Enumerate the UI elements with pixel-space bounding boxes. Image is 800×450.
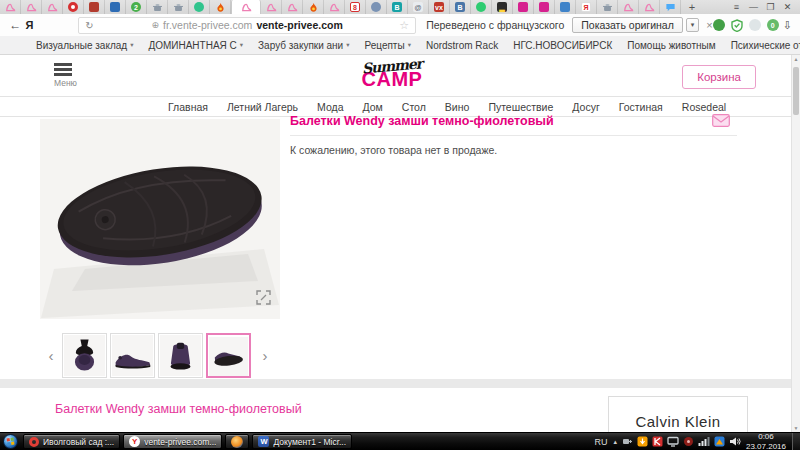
nav-item[interactable]: Стол <box>402 101 426 113</box>
bookmark-item[interactable]: Психические отклон <box>731 40 800 51</box>
taskbar-firefox-button[interactable] <box>225 434 249 449</box>
volume-icon[interactable] <box>729 436 741 447</box>
scrollbar-thumb[interactable] <box>793 67 799 115</box>
browser-tab[interactable]: B <box>387 0 408 14</box>
browser-tab[interactable] <box>366 0 387 14</box>
adblock-extension-icon[interactable] <box>713 19 725 31</box>
browser-tab[interactable] <box>189 0 210 14</box>
bookmark-item[interactable]: Nordstrom Rack <box>426 40 498 51</box>
active-browser-tab[interactable] <box>231 0 261 14</box>
browser-tab[interactable] <box>21 0 42 14</box>
address-bar[interactable]: ↻ ⊕ fr.vente-privee.com vente-privee.com… <box>78 17 416 34</box>
bookmark-item[interactable]: НГС.НОВОСИБИРСК <box>513 40 612 51</box>
back-button[interactable]: ← <box>8 18 23 32</box>
thumbnail-side-view[interactable] <box>110 333 155 378</box>
browser-tab[interactable] <box>597 0 618 14</box>
shoe-favicon-icon <box>287 2 298 13</box>
summer-camp-logo[interactable]: Summer CAMP <box>0 58 784 91</box>
browser-tab[interactable] <box>147 0 168 14</box>
brand-box[interactable]: Calvin Klein <box>608 396 748 432</box>
share-email-icon[interactable] <box>712 113 730 131</box>
browser-tab[interactable] <box>618 0 639 14</box>
minimize-button[interactable]: — <box>745 0 762 14</box>
signal-icon[interactable] <box>698 436 710 447</box>
reload-icon[interactable]: ↻ <box>85 20 93 31</box>
counter-extension-icon[interactable]: 0 <box>767 19 779 31</box>
nav-item[interactable]: Гостиная <box>619 101 663 113</box>
taskbar-yandex-button[interactable]: Yvente-privee.com... <box>123 434 222 449</box>
downloads-icon[interactable]: ⇩ <box>783 19 792 32</box>
bookmark-item[interactable]: Помощь животным <box>627 40 715 51</box>
browser-tab[interactable] <box>303 0 324 14</box>
scrollbar-up-arrow[interactable]: ▲ <box>792 56 800 62</box>
nav-item[interactable]: Летний Лагерь <box>227 101 298 113</box>
browser-tab[interactable] <box>471 0 492 14</box>
browser-tab[interactable]: B <box>450 0 471 14</box>
thumbnail-sole-view[interactable] <box>206 333 251 378</box>
show-original-button[interactable]: Показать оригинал <box>572 17 683 33</box>
browser-tab[interactable] <box>555 0 576 14</box>
taskbar-opera-button[interactable]: Иволговый сад :... <box>23 434 120 449</box>
translate-options-caret[interactable]: ▾ <box>686 18 700 32</box>
nav-item[interactable]: Дом <box>363 101 383 113</box>
scrollbar-down-arrow[interactable]: ▼ <box>792 425 800 431</box>
close-button[interactable]: ✕ <box>779 0 796 14</box>
page-scrollbar[interactable]: ▲ ▼ <box>791 55 800 432</box>
restore-button[interactable]: ❐ <box>762 0 779 14</box>
browser-tab[interactable]: vx <box>429 0 450 14</box>
browser-tab[interactable] <box>63 0 84 14</box>
browser-tab[interactable] <box>84 0 105 14</box>
nav-item[interactable]: Вино <box>445 101 470 113</box>
shield-extension-icon[interactable] <box>731 19 743 32</box>
browser-tab[interactable] <box>261 0 282 14</box>
nav-item[interactable]: Rosedeal <box>682 101 726 113</box>
bookmark-item[interactable]: Заруб закупки ани▾ <box>258 40 349 51</box>
browser-tab[interactable] <box>282 0 303 14</box>
hidden-icons-arrow[interactable]: ▴ <box>613 438 617 446</box>
nav-item[interactable]: Мода <box>317 101 343 113</box>
gallery-next-arrow[interactable]: › <box>254 347 276 364</box>
browser-tab[interactable]: Я <box>576 0 597 14</box>
nav-item[interactable]: Путешествие <box>488 101 553 113</box>
usb-icon[interactable] <box>622 436 633 447</box>
bookmark-star-icon[interactable]: ☆ <box>399 19 409 32</box>
network-icon[interactable] <box>714 436 725 447</box>
cart-button[interactable]: Корзина <box>682 65 756 89</box>
browser-tab[interactable] <box>42 0 63 14</box>
thumbnail-back-view[interactable] <box>158 333 203 378</box>
bookmark-item[interactable]: Визуальные заклад▾ <box>36 40 133 51</box>
nav-item[interactable]: Главная <box>168 101 208 113</box>
browser-menu-icon[interactable]: ≡ <box>728 0 745 14</box>
fullscreen-expand-icon[interactable] <box>256 290 271 309</box>
show-desktop-button[interactable] <box>792 433 800 450</box>
browser-tab[interactable] <box>534 0 555 14</box>
updates-icon[interactable] <box>637 436 648 447</box>
display-icon[interactable] <box>667 436 679 447</box>
browser-tab[interactable] <box>324 0 345 14</box>
browser-tab[interactable] <box>639 0 660 14</box>
browser-tab[interactable]: @ <box>408 0 429 14</box>
new-tab-button[interactable]: + <box>681 0 703 14</box>
browser-tab[interactable]: ▂ <box>492 0 513 14</box>
yandex-home-button[interactable]: Я <box>23 19 37 31</box>
browser-tab[interactable] <box>210 0 231 14</box>
kaspersky-icon[interactable] <box>652 436 663 447</box>
bookmark-item[interactable]: ДОМИНАНТНАЯ С▾ <box>148 40 243 51</box>
browser-tab[interactable]: 8 <box>345 0 366 14</box>
browser-tab[interactable]: 2 <box>126 0 147 14</box>
browser-tab[interactable] <box>660 0 681 14</box>
taskbar-word-button[interactable]: WДокумент1 - Micr... <box>252 434 352 449</box>
browser-tab[interactable] <box>0 0 21 14</box>
language-indicator[interactable]: RU <box>594 437 607 447</box>
taskbar-clock[interactable]: 0:06 23.07.2016 <box>746 432 786 450</box>
nav-item[interactable]: Досуг <box>572 101 599 113</box>
browser-tab[interactable] <box>513 0 534 14</box>
browser-tab[interactable] <box>105 0 126 14</box>
disabled-extension-icon[interactable] <box>749 19 761 31</box>
start-button[interactable] <box>3 434 18 449</box>
gallery-prev-arrow[interactable]: ‹ <box>40 347 62 364</box>
security-icon[interactable] <box>683 436 694 447</box>
browser-tab[interactable] <box>168 0 189 14</box>
bookmark-item[interactable]: Рецепты▾ <box>364 40 410 51</box>
thumbnail-top-view[interactable] <box>62 333 107 378</box>
